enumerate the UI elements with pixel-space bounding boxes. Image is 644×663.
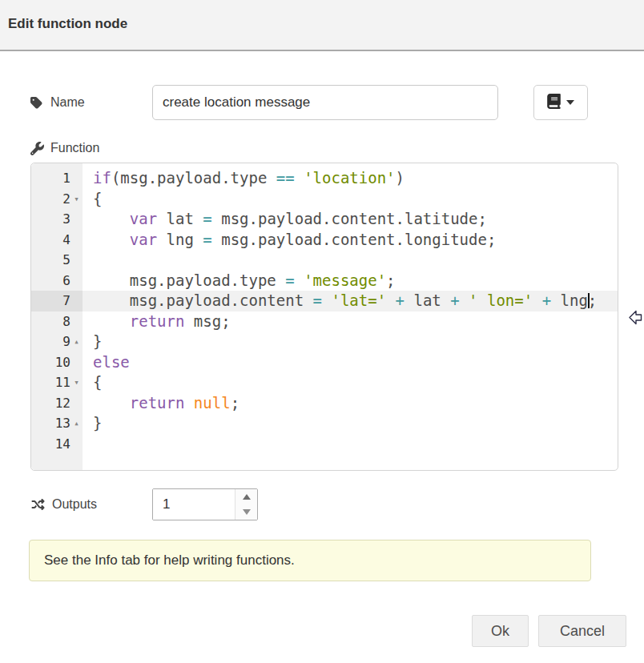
- info-tip: See the Info tab for help writing functi…: [29, 540, 591, 581]
- line-number: 14: [55, 434, 70, 455]
- name-label: Name: [30, 95, 152, 110]
- code-content: var lat = msg.payload.content.latitude;: [83, 209, 618, 230]
- function-label-text: Function: [50, 141, 99, 155]
- code-content: }: [83, 413, 618, 434]
- code-content: return msg;: [83, 311, 618, 332]
- outputs-label: Outputs: [30, 497, 152, 512]
- dialog-title: Edit function node: [8, 16, 636, 32]
- gutter-cell: 11▾: [31, 372, 83, 393]
- line-number: 2: [62, 189, 70, 210]
- tag-icon: [30, 96, 44, 110]
- cancel-button[interactable]: Cancel: [538, 615, 626, 647]
- line-number: 10: [55, 352, 70, 373]
- dialog-header: Edit function node: [0, 0, 644, 51]
- ok-button[interactable]: Ok: [472, 615, 529, 647]
- gutter-cell: 4: [31, 230, 83, 251]
- code-content: else: [83, 352, 618, 373]
- gutter-cell: 3: [31, 209, 83, 230]
- code-line-5[interactable]: 5: [31, 250, 618, 271]
- line-number: 7: [62, 291, 70, 311]
- line-number: 12: [55, 393, 70, 414]
- code-content: msg.payload.type = 'message';: [83, 271, 618, 291]
- gutter-cell: 8: [31, 311, 83, 332]
- code-line-1[interactable]: 1if(msg.payload.type == 'location'): [31, 168, 618, 189]
- outputs-row: Outputs: [0, 488, 644, 520]
- spinner-up-icon[interactable]: [235, 489, 257, 504]
- gutter-cell: 6: [31, 271, 83, 291]
- code-line-13[interactable]: 13▴}: [31, 413, 618, 434]
- function-label-row: Function: [0, 141, 644, 155]
- shuffle-icon: [30, 498, 46, 511]
- name-label-text: Name: [50, 95, 85, 110]
- spinner-buttons: [235, 489, 257, 520]
- info-tip-text: See the Info tab for help writing functi…: [44, 552, 295, 569]
- gutter-cell: 2▾: [31, 189, 83, 210]
- gutter-cell: 10: [31, 352, 83, 373]
- code-content: if(msg.payload.type == 'location'): [83, 168, 618, 189]
- gutter-cell: 14: [31, 434, 83, 455]
- line-number: 4: [62, 230, 70, 251]
- name-row: Name: [0, 85, 644, 120]
- fold-toggle-icon[interactable]: ▴: [70, 413, 83, 434]
- outputs-spinner: [152, 488, 258, 520]
- fold-toggle-icon[interactable]: ▾: [70, 372, 83, 393]
- gutter-cell: 5: [31, 250, 83, 271]
- fold-toggle-icon[interactable]: ▴: [70, 332, 83, 352]
- dialog-footer: Ok Cancel: [0, 615, 644, 647]
- gutter-cell: 9▴: [31, 332, 83, 352]
- code-content: }: [83, 332, 618, 352]
- gutter-cell: 12: [31, 393, 83, 414]
- gutter-cell: 13▴: [31, 413, 83, 434]
- function-code-editor[interactable]: 1if(msg.payload.type == 'location')2▾{3 …: [30, 163, 618, 471]
- code-content: return null;: [83, 393, 618, 414]
- code-line-11[interactable]: 11▾{: [31, 372, 618, 393]
- code-line-6[interactable]: 6 msg.payload.type = 'message';: [31, 271, 618, 291]
- code-line-12[interactable]: 12 return null;: [31, 393, 618, 414]
- mouse-cursor-artifact: [628, 309, 642, 330]
- code-line-9[interactable]: 9▴}: [31, 332, 618, 352]
- line-number: 11: [55, 372, 70, 393]
- library-button[interactable]: [533, 85, 588, 120]
- code-line-3[interactable]: 3 var lat = msg.payload.content.latitude…: [31, 209, 618, 230]
- outputs-label-text: Outputs: [52, 497, 97, 512]
- spinner-down-icon[interactable]: [235, 504, 257, 520]
- code-line-7[interactable]: 7 msg.payload.content = 'lat=' + lat + '…: [31, 291, 618, 311]
- line-number: 3: [62, 209, 70, 230]
- outputs-input[interactable]: [153, 489, 235, 520]
- code-line-2[interactable]: 2▾{: [31, 189, 618, 210]
- code-content: msg.payload.content = 'lat=' + lat + ' l…: [83, 291, 618, 311]
- book-icon: [547, 94, 561, 112]
- fold-toggle-icon[interactable]: ▾: [70, 189, 83, 210]
- code-content: [83, 434, 618, 455]
- code-line-14[interactable]: 14: [31, 434, 618, 455]
- gutter-cell: 1: [31, 168, 83, 189]
- code-content: var lng = msg.payload.content.longitude;: [83, 230, 618, 251]
- line-number: 5: [62, 250, 70, 271]
- line-number: 13: [55, 413, 70, 434]
- wrench-icon: [30, 142, 44, 155]
- code-line-4[interactable]: 4 var lng = msg.payload.content.longitud…: [31, 230, 618, 251]
- line-number: 6: [62, 271, 70, 291]
- line-number: 1: [62, 168, 70, 189]
- line-number: 9: [62, 332, 70, 352]
- caret-down-icon: [566, 100, 574, 105]
- code-line-10[interactable]: 10else: [31, 352, 618, 373]
- line-number: 8: [62, 311, 70, 332]
- gutter-cell: 7: [31, 291, 83, 311]
- code-line-8[interactable]: 8 return msg;: [31, 311, 618, 332]
- code-content: {: [83, 189, 618, 210]
- code-content: {: [83, 372, 618, 393]
- name-input[interactable]: [152, 85, 498, 120]
- code-content: [83, 250, 618, 271]
